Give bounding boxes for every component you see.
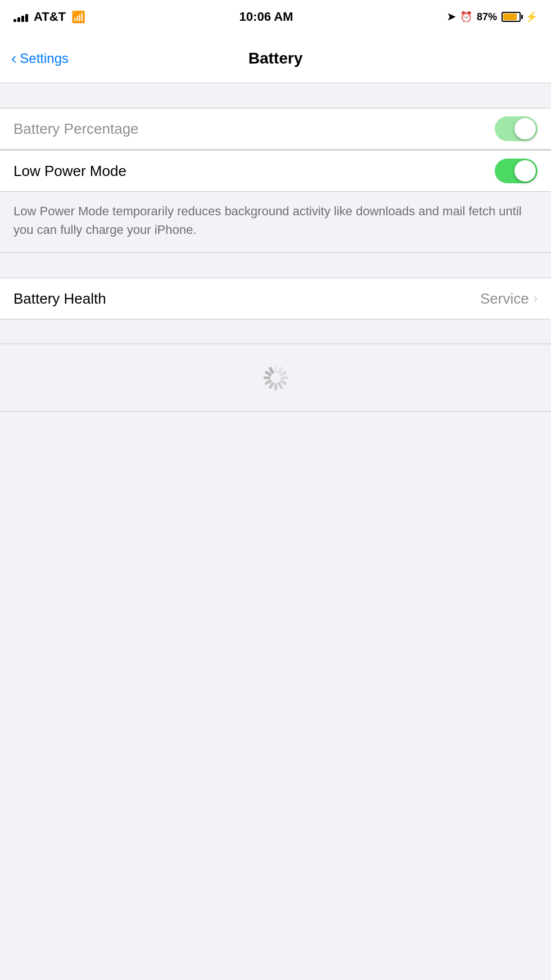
signal-bar-1 bbox=[13, 19, 16, 22]
carrier-label: AT&T bbox=[34, 10, 66, 24]
battery-health-label: Battery Health bbox=[13, 290, 106, 308]
back-button[interactable]: ‹ Settings bbox=[11, 49, 69, 67]
spinner-segment-3 bbox=[281, 376, 288, 379]
page-title: Battery bbox=[249, 49, 302, 67]
battery-icon bbox=[502, 12, 521, 22]
status-right: ➤ ⏰ 87% ⚡ bbox=[447, 11, 538, 23]
alarm-icon: ⏰ bbox=[460, 11, 472, 23]
status-bar: AT&T 📶 10:06 AM ➤ ⏰ 87% ⚡ bbox=[0, 0, 551, 34]
battery-health-value: Service bbox=[480, 290, 529, 308]
battery-health-group: Battery Health Service › bbox=[0, 278, 551, 319]
signal-bar-3 bbox=[21, 16, 24, 22]
battery-health-right: Service › bbox=[480, 290, 538, 308]
wifi-icon: 📶 bbox=[71, 10, 85, 24]
battery-percentage-toggle[interactable] bbox=[495, 116, 538, 141]
toggle-thumb-lpm bbox=[514, 160, 536, 182]
battery-percentage-label: Battery Percentage bbox=[13, 120, 139, 138]
status-time: 10:06 AM bbox=[240, 10, 293, 24]
spinner-segment-9 bbox=[263, 376, 270, 379]
loading-section bbox=[0, 344, 551, 412]
bottom-area bbox=[0, 412, 551, 839]
spinner-segment-6 bbox=[274, 383, 277, 390]
signal-bar-4 bbox=[25, 14, 28, 22]
battery-percent-label: 87% bbox=[477, 11, 497, 23]
chevron-right-icon: › bbox=[534, 291, 538, 306]
signal-bar-2 bbox=[17, 17, 20, 22]
status-left: AT&T 📶 bbox=[13, 10, 85, 24]
location-icon: ➤ bbox=[447, 11, 455, 23]
low-power-mode-row: Low Power Mode bbox=[0, 151, 551, 191]
battery-percentage-group: Battery Percentage bbox=[0, 108, 551, 150]
back-label: Settings bbox=[20, 51, 69, 66]
back-chevron-icon: ‹ bbox=[11, 49, 16, 67]
low-power-mode-label: Low Power Mode bbox=[13, 162, 127, 180]
loading-spinner bbox=[262, 364, 289, 391]
spinner-segment-0 bbox=[274, 365, 277, 373]
top-spacer bbox=[0, 83, 551, 108]
low-power-mode-group: Low Power Mode bbox=[0, 150, 551, 192]
battery-percentage-row: Battery Percentage bbox=[0, 109, 551, 149]
low-power-description-section: Low Power Mode temporarily reduces backg… bbox=[0, 192, 551, 253]
battery-health-row[interactable]: Battery Health Service › bbox=[0, 278, 551, 319]
nav-bar: ‹ Settings Battery bbox=[0, 34, 551, 83]
post-health-spacer bbox=[0, 319, 551, 344]
charging-icon: ⚡ bbox=[525, 11, 538, 23]
toggle-thumb bbox=[514, 118, 536, 139]
low-power-description-text: Low Power Mode temporarily reduces backg… bbox=[13, 202, 538, 239]
signal-bars-icon bbox=[13, 12, 28, 22]
low-power-mode-toggle[interactable] bbox=[495, 159, 538, 183]
